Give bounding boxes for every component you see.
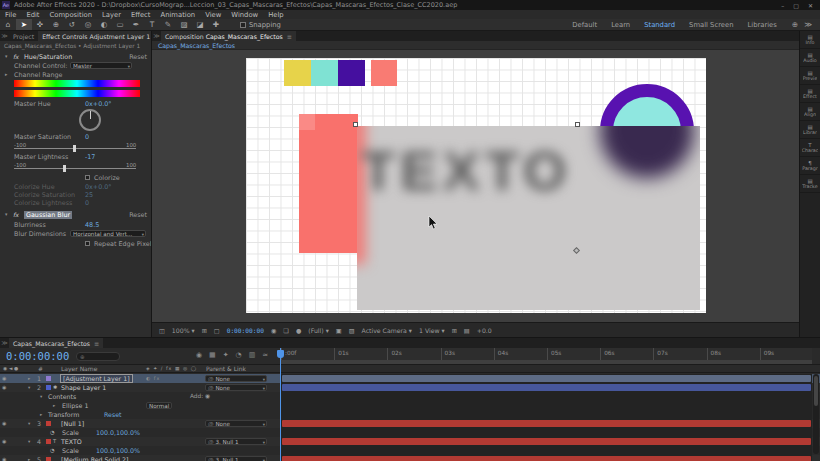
twirl-icon[interactable]: ▾ — [28, 383, 30, 392]
home-tool-icon[interactable]: ⌂ — [0, 19, 16, 30]
channel-control-select[interactable]: Master — [70, 62, 132, 69]
red-solid-shape[interactable] — [299, 114, 358, 253]
shape-tool-icon[interactable]: ▭ — [112, 19, 128, 30]
workspace-tab[interactable]: Standard — [637, 21, 682, 29]
panel-tab-character[interactable]: T Charac — [800, 139, 820, 157]
comp-canvas[interactable]: TEXTO — [246, 58, 706, 313]
search-workspaces-icon[interactable]: ⊕ — [792, 20, 798, 29]
hue-dial[interactable] — [79, 109, 101, 131]
timeline-track[interactable] — [280, 374, 812, 383]
twirl-icon[interactable]: ▸ — [28, 455, 30, 461]
repeat-edge-checkbox[interactable] — [85, 241, 90, 246]
timeline-toggle-icon[interactable]: ◉ — [196, 351, 202, 359]
menu-item[interactable]: File — [0, 11, 21, 19]
eraser-tool-icon[interactable]: ◪ — [192, 19, 208, 30]
maximize-icon[interactable]: ▢ — [793, 2, 799, 9]
layer-name[interactable]: Scale — [62, 428, 79, 437]
layer-name[interactable]: Contents — [48, 392, 76, 401]
panel-tab-paragraph[interactable]: ¶ Paragr — [800, 157, 820, 175]
menu-item[interactable]: Animation — [156, 11, 201, 19]
layer-color-swatch[interactable] — [46, 376, 51, 381]
tab-project[interactable]: Project — [9, 31, 38, 41]
timeline-row[interactable]: ◔ Scale 100.0,100.0% — [0, 428, 820, 437]
parent-select[interactable]: 3. Null 1 — [205, 438, 267, 445]
minimize-icon[interactable]: – — [781, 2, 784, 9]
orbit-camera-tool-icon[interactable]: ↺ — [64, 19, 80, 30]
composition-viewer[interactable]: TEXTO — [152, 50, 799, 322]
hue-gradient-bar[interactable] — [14, 80, 140, 87]
timeline-row[interactable]: ◉ ▾ 3 [Null 1] None — [0, 419, 820, 428]
panel-overflow-icon[interactable]: ≫ — [152, 31, 161, 41]
timeline-row[interactable]: ◉ ▾ 4 T TEXTO 3. Null 1 — [0, 437, 820, 446]
lightness-slider[interactable]: -100 100 — [0, 161, 151, 171]
effect-name[interactable]: Hue/Saturation — [24, 53, 72, 61]
panel-overflow-icon[interactable]: ≫ — [0, 31, 9, 41]
viewer-timecode[interactable]: 0:00:00:00 — [227, 327, 264, 334]
layer-visibility-icon[interactable]: ◉ — [2, 374, 6, 383]
layer-switches-icons[interactable]: ◐ fx — [146, 374, 160, 383]
layer-visibility-icon[interactable]: ◉ — [2, 383, 6, 392]
twirl-icon[interactable]: ▾ — [5, 211, 7, 219]
timeline-track[interactable] — [280, 428, 812, 437]
selection-handle[interactable] — [353, 122, 358, 127]
timeline-row[interactable]: ◉ ▾ 2 ✱ Shape Layer 1 None — [0, 383, 820, 392]
show-snapshot-icon[interactable]: ❏ — [283, 327, 289, 334]
canvas-square-yellow[interactable] — [284, 60, 311, 86]
timeline-toggle-icon[interactable]: ≈ — [262, 351, 268, 359]
layer-duration-bar[interactable] — [282, 456, 811, 461]
layer-color-swatch[interactable] — [46, 439, 51, 444]
timeline-track[interactable] — [280, 383, 812, 392]
reset-button[interactable]: Reset — [129, 53, 147, 61]
colorize-checkbox[interactable] — [85, 175, 90, 180]
panel-tab-audio[interactable]: ▤ Audio — [800, 49, 820, 67]
hand-tool-icon[interactable]: ✜ — [32, 19, 48, 30]
grid-guides-icon[interactable]: ⊞ — [202, 327, 207, 334]
layer-duration-bar[interactable] — [282, 375, 811, 382]
panel-tab-align[interactable]: ▤ Align — [800, 103, 820, 121]
saturation-slider[interactable]: -100 100 — [0, 141, 151, 151]
timeline-tab[interactable]: Capas_Mascaras_Efectos ≡ — [9, 338, 103, 348]
pan-camera-tool-icon[interactable]: ◎ — [80, 19, 96, 30]
timeline-row[interactable]: ▸ Ellipse 1 Normal — [0, 401, 820, 410]
layer-color-swatch[interactable] — [46, 421, 51, 426]
canvas-square-purple[interactable] — [338, 60, 365, 86]
menu-item[interactable]: Window — [226, 11, 263, 19]
current-time-indicator-line[interactable] — [280, 348, 281, 461]
timeline-scrollbar[interactable] — [813, 374, 819, 454]
panel-menu-icon[interactable]: ≡ — [287, 33, 292, 40]
twirl-icon[interactable]: ▸ — [5, 71, 7, 79]
slider-handle[interactable] — [73, 145, 76, 152]
resolution-select[interactable]: (Full) ▾ — [308, 327, 328, 334]
fx-icon[interactable]: fx — [13, 53, 19, 61]
layer-name[interactable]: [Null 1] — [61, 419, 84, 428]
channels-icon[interactable]: ● — [296, 327, 301, 334]
always-preview-icon[interactable]: ◫ — [159, 327, 165, 334]
snapshot-icon[interactable]: ◉ — [271, 327, 276, 334]
parent-select[interactable]: None — [205, 420, 267, 427]
zoom-tool-icon[interactable]: ⊕ — [48, 19, 64, 30]
twirl-icon[interactable]: ▾ — [28, 437, 30, 446]
pen-tool-icon[interactable]: ✒ — [128, 19, 144, 30]
layer-duration-bar[interactable] — [282, 384, 811, 391]
layer-color-swatch[interactable] — [46, 457, 51, 461]
puppet-tool-icon[interactable]: ✚ — [208, 19, 224, 30]
layer-name[interactable]: Transform — [48, 410, 79, 419]
switches-header-icons[interactable]: ◈ ✦ / fx ▦ ◎ ◯ — [146, 365, 197, 373]
pan-behind-tool-icon[interactable]: ◐ — [96, 19, 112, 30]
overflow-icon[interactable]: ≫ — [804, 20, 812, 29]
brush-tool-icon[interactable]: ✎ — [160, 19, 176, 30]
property-value[interactable]: 100.0,100.0% — [96, 446, 140, 455]
timeline-track[interactable] — [280, 437, 812, 446]
parent-link-header[interactable]: Parent & Link — [206, 365, 246, 373]
panel-tab-effects-presets[interactable]: ▤ Effect — [800, 85, 820, 103]
clone-stamp-tool-icon[interactable]: ▨ — [176, 19, 192, 30]
current-time-indicator-head[interactable] — [277, 350, 284, 358]
master-hue-value[interactable]: 0x+0.0° — [85, 100, 112, 108]
canvas-square-cyan[interactable] — [311, 60, 338, 86]
timeline-toggle-icon[interactable]: ◔ — [236, 351, 242, 359]
layer-visibility-icon[interactable]: ◉ — [2, 437, 6, 446]
slider-handle[interactable] — [63, 165, 66, 172]
menu-item[interactable]: Composition — [45, 11, 97, 19]
timeline-row[interactable]: ◔ Scale 100.0,100.0% — [0, 446, 820, 455]
layer-name[interactable]: [Medium Red Solid 2] — [61, 455, 128, 461]
